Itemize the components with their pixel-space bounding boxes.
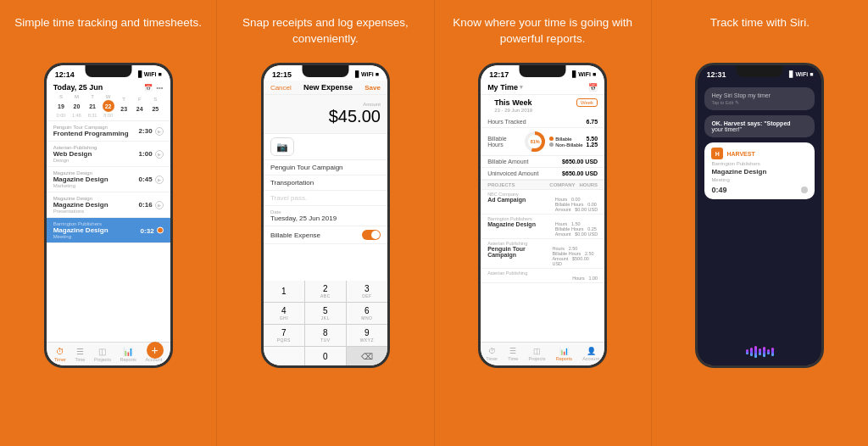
p4-timer-stop-dot[interactable] bbox=[801, 187, 808, 193]
phone-notch-2 bbox=[302, 65, 348, 77]
tab-time-label: Time bbox=[75, 357, 85, 362]
p1-day-mon[interactable]: M 20 1:46 bbox=[70, 94, 82, 118]
phone-notch-3 bbox=[520, 65, 566, 77]
p1-date-icons: 📅 ••• bbox=[144, 84, 163, 92]
p2-billable-toggle-row: Billable Expense bbox=[264, 226, 387, 244]
phone-screen-2: 12:15 ▊ WiFi ■ Cancel New Expense Save A… bbox=[264, 65, 387, 365]
p3-project-penguin[interactable]: Asterian Publishing Penguin Tour Campaig… bbox=[481, 239, 604, 269]
tab-reports[interactable]: 📊 Reports bbox=[120, 347, 136, 362]
status-time-1: 12:14 bbox=[55, 70, 75, 79]
p2-field-transport[interactable]: Transportation bbox=[264, 176, 387, 191]
signal-icon-4: ▊ bbox=[789, 71, 793, 78]
p3-tab-projects[interactable]: ◫ Projects bbox=[529, 347, 546, 361]
status-time-2: 12:15 bbox=[272, 70, 292, 79]
p2-nav-title: New Expense bbox=[303, 83, 353, 92]
p4-siri-command-bubble: Hey Siri Stop my timer Tap to Edit ✎ bbox=[704, 87, 815, 110]
photo-button[interactable]: 📷 bbox=[270, 137, 294, 156]
play-btn-1[interactable]: ▶ bbox=[155, 127, 164, 136]
play-btn-2[interactable]: ▶ bbox=[155, 150, 164, 159]
p3-project-asterian[interactable]: Asterian Publishing Hours 1.00 bbox=[481, 269, 604, 283]
tab-projects-label: Projects bbox=[94, 357, 111, 362]
photo-row: 📷 bbox=[264, 134, 387, 160]
key-8[interactable]: 8TUV bbox=[305, 325, 346, 346]
p1-entry-5-active[interactable]: Barrington Publishers Magazine Design Me… bbox=[47, 218, 170, 243]
p1-date-label: Today, 25 Jun bbox=[53, 83, 103, 92]
p4-timer-elapsed: 0:49 bbox=[711, 186, 726, 194]
p2-field-date[interactable]: Date Tuesday, 25 Jun 2019 bbox=[264, 206, 387, 226]
p1-day-sun[interactable]: S 19 0:00 bbox=[55, 94, 67, 118]
reports-tab-icon: 📊 bbox=[559, 347, 569, 355]
p3-project-ad-campaign[interactable]: NBC Company Ad Campaign Hours 0.00 Billa… bbox=[481, 190, 604, 215]
billable-values: 5.50 1.25 bbox=[587, 136, 598, 148]
play-btn-4[interactable]: ▶ bbox=[155, 201, 164, 209]
p3-stat-uninvoiced: Uninvoiced Amount $650.00 USD bbox=[481, 168, 604, 180]
tab-time[interactable]: ☰ Time bbox=[75, 347, 85, 362]
phone-4: 12:31 ▊ WiFi ■ Hey Siri Stop my timer Ta… bbox=[695, 63, 824, 368]
p4-siri-ok-text: OK. Harvest says: "Stopped bbox=[711, 120, 808, 126]
p4-timer-company: Barrington Publishers bbox=[711, 161, 808, 166]
key-delete[interactable]: ⌫ bbox=[347, 347, 387, 365]
p3-project-magazine-design[interactable]: Barrington Publishers Magazine Design Ho… bbox=[481, 215, 604, 239]
calendar-icon[interactable]: 📅 bbox=[144, 84, 153, 92]
tab-projects[interactable]: ◫ Projects bbox=[94, 347, 111, 362]
status-time-4: 12:31 bbox=[706, 70, 726, 79]
panel-caption-4: Track time with Siri. bbox=[710, 15, 810, 51]
billable-toggle[interactable] bbox=[362, 230, 381, 240]
key-1[interactable]: 1 bbox=[264, 281, 304, 302]
more-icon[interactable]: ••• bbox=[156, 84, 163, 92]
status-icons-1: ▊ WiFi ■ bbox=[138, 71, 162, 78]
key-0[interactable]: 0 bbox=[305, 347, 346, 365]
p3-tab-reports[interactable]: 📊 Reports bbox=[556, 347, 572, 361]
key-2[interactable]: 2ABC bbox=[305, 281, 346, 302]
account-tab-icon: 👤 bbox=[587, 347, 596, 355]
p1-time-entries: Penguin Tour Campaign Frontend Programmi… bbox=[47, 121, 170, 342]
p1-day-tue[interactable]: T 21 8:31 bbox=[86, 94, 98, 118]
p4-timer-card[interactable]: H HARVEST Barrington Publishers Magazine… bbox=[704, 142, 815, 199]
p3-tab-account[interactable]: 👤 Account bbox=[582, 347, 599, 361]
p4-timer-header: H HARVEST bbox=[711, 148, 808, 159]
p4-siri-command-text: Hey Siri Stop my timer bbox=[711, 92, 808, 98]
phone-notch-4 bbox=[737, 65, 783, 77]
p2-field-travel[interactable]: Travel pass. bbox=[264, 191, 387, 206]
main-panels: Simple time tracking and timesheets. 12:… bbox=[0, 0, 868, 446]
key-5[interactable]: 5JKL bbox=[305, 303, 346, 324]
p1-header: Today, 25 Jun 📅 ••• S 19 0:00 bbox=[47, 81, 170, 121]
key-6[interactable]: 6MNO bbox=[347, 303, 387, 324]
p3-tab-timer[interactable]: ⏱ Timer bbox=[486, 347, 498, 361]
harvest-logo: H bbox=[711, 148, 723, 159]
play-btn-3[interactable]: ▶ bbox=[155, 176, 164, 184]
key-7[interactable]: 7PQRS bbox=[264, 325, 304, 346]
p1-day-wed[interactable]: W 22 8:00 bbox=[103, 94, 114, 118]
p1-day-fri[interactable]: F 24 bbox=[134, 97, 146, 115]
p2-form: Penguin Tour Campaign Transportation Tra… bbox=[264, 160, 387, 281]
timer-icon: ⏱ bbox=[56, 347, 64, 356]
p4-siri-tap-hint[interactable]: Tap to Edit ✎ bbox=[711, 100, 808, 105]
p3-tab-time[interactable]: ☰ Time bbox=[508, 347, 518, 361]
p1-entry-4[interactable]: Magazine Design Magazine Design Presenta… bbox=[47, 192, 170, 218]
p1-day-sat[interactable]: S 25 bbox=[149, 97, 161, 115]
key-9[interactable]: 9WXYZ bbox=[347, 325, 387, 346]
wifi-icon: WiFi bbox=[144, 71, 157, 77]
p1-entry-2[interactable]: Asterian-Publishing Web Design Design 1:… bbox=[47, 142, 170, 167]
p1-entry-1[interactable]: Penguin Tour Campaign Frontend Programmi… bbox=[47, 121, 170, 142]
tab-timer[interactable]: ⏱ Timer bbox=[54, 347, 66, 362]
p1-week-row: S 19 0:00 M 20 1:46 T 21 8:31 bbox=[53, 94, 164, 118]
p1-day-thu[interactable]: T 23 bbox=[118, 97, 130, 115]
p4-timer-time-row: 0:49 bbox=[711, 186, 808, 194]
p2-field-campaign[interactable]: Penguin Tour Campaign bbox=[264, 160, 387, 176]
p4-timer-project: Magazine Design bbox=[711, 168, 808, 176]
save-button[interactable]: Save bbox=[364, 84, 381, 92]
phone-3: 12:17 ▊ WiFi ■ My Time ▾ 📅 bbox=[478, 63, 607, 368]
key-3[interactable]: 3DEF bbox=[347, 281, 387, 302]
p3-header: My Time ▾ 📅 bbox=[481, 81, 604, 95]
phone-screen-3: 12:17 ▊ WiFi ■ My Time ▾ 📅 bbox=[481, 65, 604, 365]
calendar-icon-3[interactable]: 📅 bbox=[588, 83, 598, 92]
p3-title: My Time ▾ bbox=[487, 83, 523, 92]
reports-icon: 📊 bbox=[123, 347, 133, 356]
week-button[interactable]: Week bbox=[576, 98, 598, 107]
cancel-button[interactable]: Cancel bbox=[270, 84, 292, 92]
time-tab-icon: ☰ bbox=[509, 347, 516, 355]
add-entry-button[interactable]: + bbox=[147, 342, 164, 359]
p1-entry-3[interactable]: Magazine Design Magazine Design Marketin… bbox=[47, 167, 170, 192]
key-4[interactable]: 4GHI bbox=[264, 303, 304, 324]
